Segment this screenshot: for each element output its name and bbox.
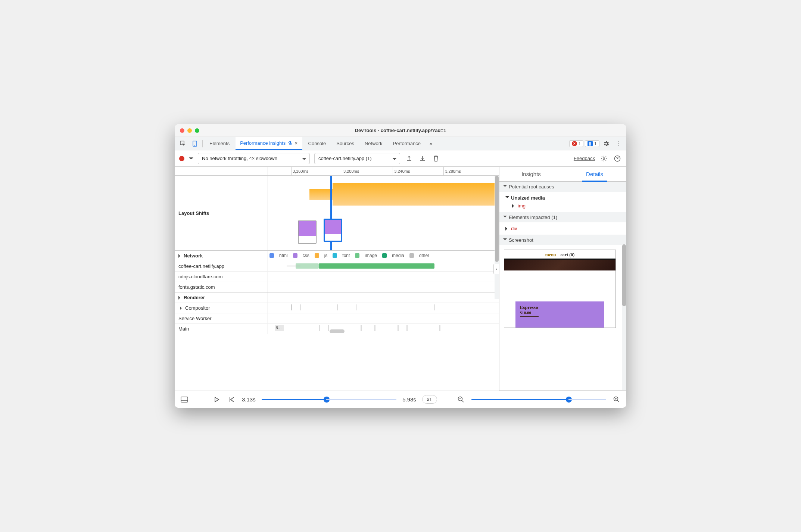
record-menu-dropdown[interactable]: [189, 156, 193, 161]
content-area: 3,160ms 3,200ms 3,240ms 3,280ms Layout S…: [175, 167, 626, 391]
network-wait-line: [287, 266, 300, 266]
panel-tabs: Elements Performance insights ⚗ × Consol…: [175, 137, 626, 150]
collapse-sidebar-button[interactable]: ›: [493, 264, 499, 274]
div-node[interactable]: div: [505, 225, 620, 232]
elements-impacted-header[interactable]: Elements impacted (1): [499, 212, 626, 222]
time-end: 5.93s: [402, 396, 416, 403]
vertical-scrollbar[interactable]: [495, 176, 499, 299]
network-host[interactable]: coffee-cart.netlify.app: [175, 261, 268, 271]
insights-toolbar: No network throttling, 4× slowdown coffe…: [175, 150, 626, 167]
network-track[interactable]: [268, 282, 499, 292]
shot-banner: [504, 259, 615, 270]
toggle-device-icon[interactable]: [190, 138, 200, 149]
feedback-link[interactable]: Feedback: [574, 156, 595, 161]
renderer-track[interactable]: [268, 292, 499, 303]
legend-swatch: [269, 253, 274, 258]
play-icon[interactable]: [212, 395, 221, 404]
svg-line-12: [617, 400, 619, 402]
more-tabs-icon[interactable]: »: [427, 141, 435, 146]
zoom-slider[interactable]: [471, 399, 606, 400]
tab-insights[interactable]: Insights: [499, 167, 563, 181]
screenshot-header[interactable]: Screenshot: [499, 235, 626, 245]
record-button[interactable]: [179, 156, 184, 161]
shot-cart: cart (0): [561, 252, 575, 257]
tab-network[interactable]: Network: [360, 137, 387, 150]
titlebar: DevTools - coffee-cart.netlify.app/?ad=1: [175, 124, 626, 137]
separator: [202, 140, 203, 147]
layout-shift-thumb[interactable]: [298, 220, 317, 244]
time-ruler: 3,160ms 3,200ms 3,240ms 3,280ms: [175, 167, 499, 176]
unsized-media-node[interactable]: Unsized media: [505, 194, 620, 202]
legend-swatch: [333, 253, 337, 258]
network-track[interactable]: [268, 261, 499, 271]
legend-swatch: [355, 253, 359, 258]
speed-pill[interactable]: x1: [422, 395, 437, 404]
horizontal-scrollbar[interactable]: [330, 329, 345, 333]
svg-point-3: [603, 157, 605, 159]
legend-swatch: [409, 253, 414, 258]
main-row[interactable]: Main: [175, 324, 268, 334]
sw-track[interactable]: [268, 313, 499, 323]
zoom-out-icon[interactable]: [456, 395, 465, 404]
ruler-tick: 3,200ms: [342, 167, 359, 175]
rewind-icon[interactable]: [227, 395, 236, 404]
shot-menu: menu: [545, 252, 556, 257]
tab-console[interactable]: Console: [304, 137, 331, 150]
flask-icon: ⚗: [288, 140, 292, 146]
details-scrollbar[interactable]: [622, 235, 626, 390]
settings-gear-icon[interactable]: [599, 154, 608, 163]
ruler-tick: 3,280ms: [443, 167, 461, 175]
tab-performance-insights[interactable]: Performance insights ⚗ ×: [236, 137, 302, 150]
error-icon: ✕: [572, 141, 577, 146]
screenshot-preview: menu cart (0) Espresso $10.00: [504, 250, 616, 328]
inspect-element-icon[interactable]: [178, 138, 188, 149]
close-tab-icon[interactable]: ×: [294, 140, 297, 146]
issues-badge[interactable]: ❚ 1: [585, 140, 599, 147]
network-track[interactable]: [268, 272, 499, 282]
network-bar[interactable]: [319, 263, 434, 269]
tab-performance[interactable]: Performance: [389, 137, 425, 150]
tab-details[interactable]: Details: [563, 167, 626, 181]
export-icon[interactable]: [405, 154, 414, 163]
time-slider[interactable]: [262, 399, 396, 400]
layout-shift-thumb-selected[interactable]: [324, 219, 342, 242]
compositor-track[interactable]: [268, 303, 499, 313]
legend-swatch: [315, 253, 319, 258]
task-bar[interactable]: [309, 189, 333, 200]
errors-badge[interactable]: ✕ 1: [569, 140, 584, 147]
recording-select[interactable]: coffee-cart.netlify.app (1): [314, 153, 400, 164]
zoom-in-icon[interactable]: [612, 395, 621, 404]
task-bar[interactable]: [333, 183, 499, 206]
network-host[interactable]: fonts.gstatic.com: [175, 282, 268, 292]
import-icon[interactable]: [418, 154, 427, 163]
ruler-tick: 3,160ms: [291, 167, 308, 175]
main-track[interactable]: R...: [268, 324, 499, 334]
layout-shifts-track[interactable]: [268, 176, 499, 250]
devtools-window: DevTools - coffee-cart.netlify.app/?ad=1…: [175, 124, 626, 408]
svg-rect-5: [181, 397, 188, 402]
img-node[interactable]: img: [505, 202, 620, 210]
network-section-header[interactable]: Network: [175, 251, 268, 261]
throttle-select[interactable]: No network throttling, 4× slowdown: [198, 153, 310, 164]
kebab-menu-icon[interactable]: ⋮: [613, 138, 623, 149]
renderer-section-header[interactable]: Renderer: [175, 292, 268, 303]
tab-elements[interactable]: Elements: [205, 137, 234, 150]
details-panel: Insights Details Potential root causes U…: [499, 167, 626, 391]
help-icon[interactable]: [613, 154, 622, 163]
legend-swatch: [293, 253, 297, 258]
ruler-tick: 3,240ms: [393, 167, 410, 175]
tab-sources[interactable]: Sources: [332, 137, 359, 150]
compositor-row[interactable]: Compositor: [175, 303, 268, 313]
legend-swatch: [382, 253, 387, 258]
time-start: 3.13s: [242, 396, 256, 403]
main-task[interactable]: R...: [275, 325, 284, 331]
toggle-screenshot-icon[interactable]: [180, 395, 189, 404]
settings-icon[interactable]: [601, 138, 611, 149]
delete-icon[interactable]: [431, 154, 440, 163]
service-worker-row[interactable]: Service Worker: [175, 313, 268, 323]
details-tabs: Insights Details: [499, 167, 626, 182]
playback-footer: 3.13s 5.93s x1: [175, 391, 626, 408]
shot-card: Espresso $10.00: [515, 301, 604, 328]
root-causes-header[interactable]: Potential root causes: [499, 182, 626, 192]
network-host[interactable]: cdnjs.cloudflare.com: [175, 272, 268, 282]
